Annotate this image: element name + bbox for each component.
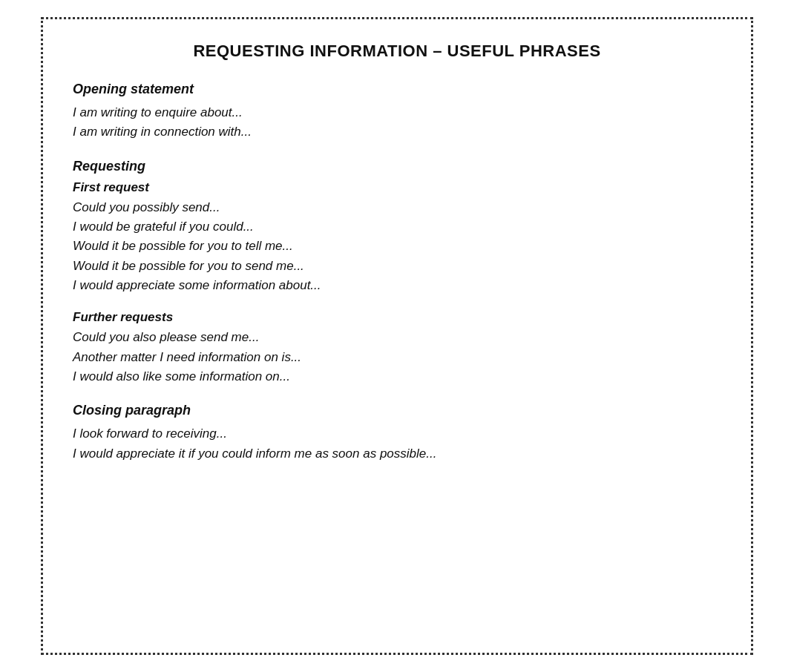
section-heading-opening: Opening statement [73, 82, 721, 97]
subsection-first-request: First request Could you possibly send...… [73, 180, 721, 296]
phrase: Would it be possible for you to send me.… [73, 257, 721, 276]
phrase: I would appreciate it if you could infor… [73, 444, 721, 464]
phrase: Could you also please send me... [73, 328, 721, 347]
phrase: Would it be possible for you to tell me.… [73, 237, 721, 256]
subheading-first-request: First request [73, 180, 721, 195]
main-card: REQUESTING INFORMATION – USEFUL PHRASES … [41, 17, 753, 655]
section-heading-closing: Closing paragraph [73, 403, 721, 418]
subheading-further-requests: Further requests [73, 310, 721, 325]
phrase: Another matter I need information on is.… [73, 348, 721, 367]
phrase: I would be grateful if you could... [73, 217, 721, 237]
opening-phrases: I am writing to enquire about... I am wr… [73, 103, 721, 142]
phrase: I am writing in connection with... [73, 122, 721, 142]
section-requesting: Requesting First request Could you possi… [73, 159, 721, 387]
page-title: REQUESTING INFORMATION – USEFUL PHRASES [73, 42, 721, 61]
phrase: I would appreciate some information abou… [73, 276, 721, 295]
phrase: I look forward to receiving... [73, 424, 721, 444]
phrase: I am writing to enquire about... [73, 103, 721, 122]
section-heading-requesting: Requesting [73, 159, 721, 174]
section-closing-paragraph: Closing paragraph I look forward to rece… [73, 403, 721, 464]
phrase: Could you possibly send... [73, 198, 721, 217]
phrase: I would also like some information on... [73, 367, 721, 386]
section-opening-statement: Opening statement I am writing to enquir… [73, 82, 721, 142]
subsection-further-requests: Further requests Could you also please s… [73, 310, 721, 386]
